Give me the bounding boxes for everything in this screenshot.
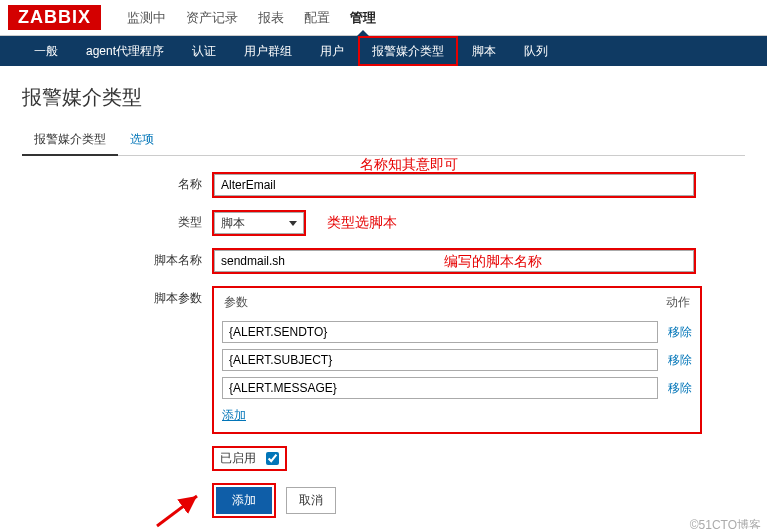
content: 报警媒介类型 报警媒介类型 选项 名称知其意即可 名称 类型 脚本 类型选脚本 bbox=[0, 66, 767, 529]
chevron-down-icon bbox=[289, 221, 297, 226]
select-type[interactable]: 脚本 bbox=[214, 212, 304, 234]
params-header-action: 动作 bbox=[666, 294, 690, 311]
subnav-users[interactable]: 用户 bbox=[306, 36, 358, 66]
tabs: 报警媒介类型 选项 bbox=[22, 125, 745, 156]
topnav-inventory[interactable]: 资产记录 bbox=[176, 1, 248, 35]
label-name: 名称 bbox=[22, 172, 212, 193]
label-type: 类型 bbox=[22, 210, 212, 231]
form: 名称 类型 脚本 类型选脚本 脚本名称 bbox=[22, 172, 745, 518]
param-row: 移除 bbox=[222, 349, 692, 371]
select-type-value: 脚本 bbox=[221, 215, 245, 232]
input-scriptname[interactable] bbox=[214, 250, 694, 272]
params-box: 参数 动作 移除 移除 移除 添加 bbox=[212, 286, 702, 434]
subnav: 一般 agent代理程序 认证 用户群组 用户 报警媒介类型 脚本 队列 bbox=[0, 36, 767, 66]
cancel-button[interactable]: 取消 bbox=[286, 487, 336, 514]
topnav: 监测中 资产记录 报表 配置 管理 bbox=[117, 1, 386, 35]
buttons: 添加 取消 bbox=[212, 483, 745, 518]
svg-line-0 bbox=[157, 496, 197, 526]
annotation-type-hint: 类型选脚本 bbox=[327, 214, 397, 230]
param-row: 移除 bbox=[222, 377, 692, 399]
topnav-monitor[interactable]: 监测中 bbox=[117, 1, 176, 35]
subnav-usergroups[interactable]: 用户群组 bbox=[230, 36, 306, 66]
label-scriptname: 脚本名称 bbox=[22, 248, 212, 269]
label-enabled: 已启用 bbox=[220, 450, 256, 467]
param-add-link[interactable]: 添加 bbox=[222, 407, 246, 424]
subnav-auth[interactable]: 认证 bbox=[178, 36, 230, 66]
page-title: 报警媒介类型 bbox=[22, 84, 745, 111]
subnav-proxies[interactable]: agent代理程序 bbox=[72, 36, 178, 66]
label-params: 脚本参数 bbox=[22, 286, 212, 307]
param-input-1[interactable] bbox=[222, 349, 658, 371]
logo: ZABBIX bbox=[8, 5, 101, 30]
subnav-scripts[interactable]: 脚本 bbox=[458, 36, 510, 66]
param-input-0[interactable] bbox=[222, 321, 658, 343]
topbar: ZABBIX 监测中 资产记录 报表 配置 管理 bbox=[0, 0, 767, 36]
topnav-reports[interactable]: 报表 bbox=[248, 1, 294, 35]
annotation-name-hint: 名称知其意即可 bbox=[360, 156, 458, 174]
param-row: 移除 bbox=[222, 321, 692, 343]
params-header-param: 参数 bbox=[224, 294, 248, 311]
tab-options[interactable]: 选项 bbox=[118, 125, 166, 155]
checkbox-enabled[interactable] bbox=[266, 452, 279, 465]
subnav-mediatypes[interactable]: 报警媒介类型 bbox=[358, 36, 458, 66]
watermark: ©51CTO博客 bbox=[690, 517, 761, 529]
subnav-queue[interactable]: 队列 bbox=[510, 36, 562, 66]
param-remove-0[interactable]: 移除 bbox=[668, 324, 692, 341]
param-remove-1[interactable]: 移除 bbox=[668, 352, 692, 369]
annotation-arrow-icon bbox=[155, 490, 205, 529]
topnav-config[interactable]: 配置 bbox=[294, 1, 340, 35]
tab-mediatype[interactable]: 报警媒介类型 bbox=[22, 125, 118, 156]
input-name[interactable] bbox=[214, 174, 694, 196]
add-button[interactable]: 添加 bbox=[216, 487, 272, 514]
subnav-general[interactable]: 一般 bbox=[20, 36, 72, 66]
param-remove-2[interactable]: 移除 bbox=[668, 380, 692, 397]
topnav-admin[interactable]: 管理 bbox=[340, 1, 386, 35]
param-input-2[interactable] bbox=[222, 377, 658, 399]
